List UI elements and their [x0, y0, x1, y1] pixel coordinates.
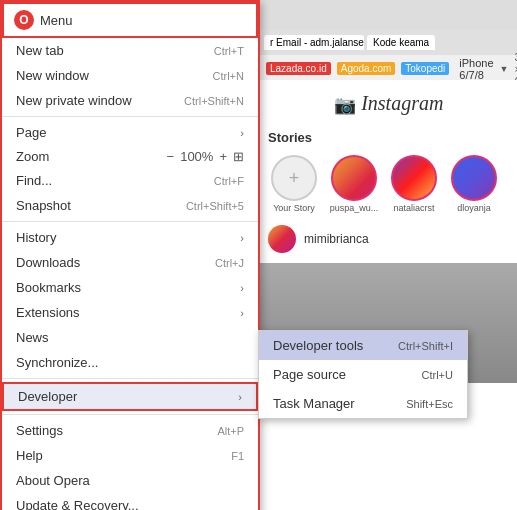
menu-item-zoom[interactable]: Zoom − 100% + ⊞ — [2, 145, 258, 168]
about-label: About Opera — [16, 473, 90, 488]
zoom-fullscreen-icon[interactable]: ⊞ — [233, 149, 244, 164]
task-manager-label: Task Manager — [273, 396, 355, 411]
menu-item-news[interactable]: News — [2, 325, 258, 350]
downloads-shortcut: Ctrl+J — [215, 257, 244, 269]
separator-2 — [2, 221, 258, 222]
snapshot-shortcut: Ctrl+Shift+5 — [186, 200, 244, 212]
zoom-label: Zoom — [16, 149, 163, 164]
developer-arrow: › — [238, 391, 242, 403]
new-window-shortcut: Ctrl+N — [213, 70, 244, 82]
news-label: News — [16, 330, 49, 345]
dev-tools-shortcut: Ctrl+Shift+I — [398, 340, 453, 352]
update-label: Update & Recovery... — [16, 498, 139, 510]
submenu-developer-tools[interactable]: Developer tools Ctrl+Shift+I — [259, 331, 467, 360]
menu-item-new-private[interactable]: New private window Ctrl+Shift+N — [2, 88, 258, 113]
synchronize-label: Synchronize... — [16, 355, 98, 370]
menu-item-new-window[interactable]: New window Ctrl+N — [2, 63, 258, 88]
menu-header: O Menu — [2, 2, 258, 38]
main-menu: O Menu New tab Ctrl+T New window Ctrl+N … — [0, 0, 260, 510]
menu-item-find[interactable]: Find... Ctrl+F — [2, 168, 258, 193]
menu-item-synchronize[interactable]: Synchronize... — [2, 350, 258, 375]
new-tab-label: New tab — [16, 43, 64, 58]
history-arrow: › — [240, 232, 244, 244]
new-window-label: New window — [16, 68, 89, 83]
menu-item-update[interactable]: Update & Recovery... — [2, 493, 258, 510]
help-shortcut: F1 — [231, 450, 244, 462]
page-arrow: › — [240, 127, 244, 139]
submenu-page-source[interactable]: Page source Ctrl+U — [259, 360, 467, 389]
menu-item-downloads[interactable]: Downloads Ctrl+J — [2, 250, 258, 275]
menu-overlay: O Menu New tab Ctrl+T New window Ctrl+N … — [0, 0, 517, 510]
menu-item-new-tab[interactable]: New tab Ctrl+T — [2, 38, 258, 63]
menu-item-bookmarks[interactable]: Bookmarks › — [2, 275, 258, 300]
bookmarks-label: Bookmarks — [16, 280, 81, 295]
page-source-shortcut: Ctrl+U — [422, 369, 453, 381]
extensions-arrow: › — [240, 307, 244, 319]
menu-title: Menu — [40, 13, 73, 28]
settings-shortcut: Alt+P — [217, 425, 244, 437]
dev-tools-label: Developer tools — [273, 338, 363, 353]
zoom-percent: 100% — [180, 149, 213, 164]
separator-4 — [2, 414, 258, 415]
developer-label: Developer — [18, 389, 77, 404]
page-label: Page — [16, 125, 46, 140]
downloads-label: Downloads — [16, 255, 80, 270]
zoom-controls: − 100% + ⊞ — [167, 149, 244, 164]
menu-item-extensions[interactable]: Extensions › — [2, 300, 258, 325]
task-manager-shortcut: Shift+Esc — [406, 398, 453, 410]
menu-item-history[interactable]: History › — [2, 225, 258, 250]
history-label: History — [16, 230, 56, 245]
menu-item-developer[interactable]: Developer › — [2, 382, 258, 411]
developer-submenu: Developer tools Ctrl+Shift+I Page source… — [258, 330, 468, 419]
new-private-shortcut: Ctrl+Shift+N — [184, 95, 244, 107]
menu-item-help[interactable]: Help F1 — [2, 443, 258, 468]
settings-label: Settings — [16, 423, 63, 438]
find-shortcut: Ctrl+F — [214, 175, 244, 187]
help-label: Help — [16, 448, 43, 463]
extensions-label: Extensions — [16, 305, 80, 320]
separator-1 — [2, 116, 258, 117]
menu-item-settings[interactable]: Settings Alt+P — [2, 418, 258, 443]
zoom-minus[interactable]: − — [167, 149, 175, 164]
new-private-label: New private window — [16, 93, 132, 108]
submenu-task-manager[interactable]: Task Manager Shift+Esc — [259, 389, 467, 418]
find-label: Find... — [16, 173, 52, 188]
separator-3 — [2, 378, 258, 379]
menu-item-page[interactable]: Page › — [2, 120, 258, 145]
bookmarks-arrow: › — [240, 282, 244, 294]
new-tab-shortcut: Ctrl+T — [214, 45, 244, 57]
opera-logo: O — [14, 10, 34, 30]
zoom-plus[interactable]: + — [219, 149, 227, 164]
menu-item-snapshot[interactable]: Snapshot Ctrl+Shift+5 — [2, 193, 258, 218]
snapshot-label: Snapshot — [16, 198, 71, 213]
menu-item-about[interactable]: About Opera — [2, 468, 258, 493]
page-source-label: Page source — [273, 367, 346, 382]
